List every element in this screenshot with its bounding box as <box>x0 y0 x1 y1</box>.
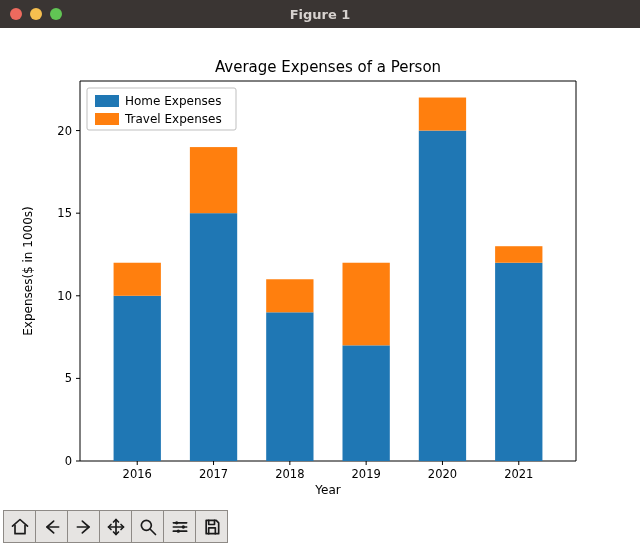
bar-home <box>419 131 466 461</box>
bar-home <box>190 213 237 461</box>
toolbar-save-button[interactable] <box>195 510 228 543</box>
matplotlib-toolbar <box>0 509 640 544</box>
minimize-icon[interactable] <box>30 8 42 20</box>
svg-point-13 <box>141 520 151 530</box>
toolbar-back-button[interactable] <box>35 510 68 543</box>
bar-travel <box>495 246 542 263</box>
legend-swatch-home <box>95 95 119 107</box>
window-controls <box>0 8 62 20</box>
toolbar-zoom-button[interactable] <box>131 510 164 543</box>
x-tick-label: 2016 <box>123 467 152 481</box>
toolbar-forward-button[interactable] <box>67 510 100 543</box>
back-icon <box>42 517 62 537</box>
chart-title: Average Expenses of a Person <box>215 58 441 76</box>
bar-home <box>266 312 313 461</box>
window-title: Figure 1 <box>0 7 640 22</box>
svg-point-14 <box>175 521 178 524</box>
y-tick-label: 10 <box>57 289 72 303</box>
y-tick-label: 20 <box>57 124 72 138</box>
y-axis-ticks: 05101520 <box>57 124 80 468</box>
save-icon <box>202 517 222 537</box>
y-tick-label: 15 <box>57 206 72 220</box>
legend-label-travel: Travel Expenses <box>124 112 222 126</box>
figure-window: Figure 1 05101520 2016201720182019202020… <box>0 0 640 544</box>
x-axis-ticks: 201620172018201920202021 <box>123 461 534 481</box>
forward-icon <box>74 517 94 537</box>
toolbar-pan-button[interactable] <box>99 510 132 543</box>
titlebar: Figure 1 <box>0 0 640 28</box>
svg-point-15 <box>181 525 184 528</box>
bar-travel <box>266 279 313 312</box>
svg-point-16 <box>176 529 179 532</box>
x-tick-label: 2018 <box>275 467 304 481</box>
x-tick-label: 2019 <box>352 467 381 481</box>
bar-travel <box>190 147 237 213</box>
chart-svg: 05101520 201620172018201920202021 Averag… <box>0 28 640 509</box>
bar-home <box>114 296 161 461</box>
toolbar-config-button[interactable] <box>163 510 196 543</box>
pan-icon <box>106 517 126 537</box>
x-tick-label: 2021 <box>504 467 533 481</box>
x-axis-label: Year <box>314 483 340 497</box>
plot-area: 05101520 201620172018201920202021 Averag… <box>0 28 640 509</box>
home-icon <box>10 517 30 537</box>
legend-swatch-travel <box>95 113 119 125</box>
close-icon[interactable] <box>10 8 22 20</box>
y-tick-label: 0 <box>65 454 72 468</box>
legend-label-home: Home Expenses <box>125 94 221 108</box>
bar-home <box>495 263 542 461</box>
bar-home <box>342 345 389 461</box>
config-icon <box>170 517 190 537</box>
bar-travel <box>419 98 466 131</box>
maximize-icon[interactable] <box>50 8 62 20</box>
x-tick-label: 2017 <box>199 467 228 481</box>
legend: Home Expenses Travel Expenses <box>87 88 236 130</box>
y-tick-label: 5 <box>65 371 72 385</box>
y-axis-label: Expenses($ in 1000s) <box>21 206 35 336</box>
x-tick-label: 2020 <box>428 467 457 481</box>
bar-travel <box>342 263 389 346</box>
zoom-icon <box>138 517 158 537</box>
toolbar-home-button[interactable] <box>3 510 36 543</box>
bar-travel <box>114 263 161 296</box>
